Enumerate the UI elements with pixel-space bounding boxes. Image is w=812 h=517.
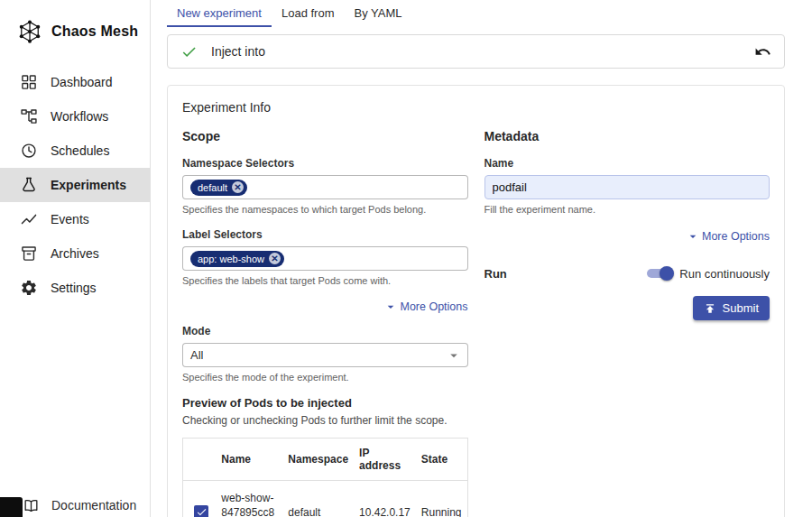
events-icon bbox=[20, 210, 38, 228]
chip-label: default bbox=[198, 182, 227, 193]
schedules-icon bbox=[20, 142, 38, 160]
publish-icon bbox=[704, 302, 716, 315]
col-state: State bbox=[416, 439, 467, 481]
chip-remove-icon[interactable]: ✕ bbox=[232, 181, 244, 193]
brand: Chaos Mesh bbox=[0, 0, 150, 60]
more-options-label: More Options bbox=[702, 230, 770, 243]
sidebar-item-label: Settings bbox=[51, 281, 97, 295]
sidebar-item-experiments[interactable]: Experiments bbox=[0, 168, 150, 202]
name-field: Name Fill the experiment name. bbox=[484, 157, 770, 215]
pods-table-header-row: Name Namespace IP address State bbox=[183, 439, 468, 481]
preview-title: Preview of Pods to be injected bbox=[182, 396, 468, 410]
archives-icon bbox=[20, 245, 38, 263]
col-namespace: Namespace bbox=[282, 439, 354, 481]
run-row: Run Run continuously bbox=[484, 265, 770, 282]
name-helper: Fill the experiment name. bbox=[484, 204, 770, 215]
experiments-icon bbox=[20, 176, 38, 194]
label-selectors-input[interactable]: app: web-show ✕ bbox=[182, 246, 468, 271]
inject-into-label: Inject into bbox=[211, 44, 265, 59]
tab-by-yaml[interactable]: By YAML bbox=[344, 0, 411, 27]
metadata-title: Metadata bbox=[484, 129, 770, 143]
mode-select[interactable]: All bbox=[182, 343, 468, 367]
pod-namespace-cell: default bbox=[282, 481, 354, 517]
chip-remove-icon[interactable]: ✕ bbox=[269, 253, 281, 264]
run-continuously-label: Run continuously bbox=[679, 267, 770, 281]
sidebar-footer: Documentation bbox=[0, 494, 150, 517]
brand-name: Chaos Mesh bbox=[51, 23, 138, 40]
label-selectors-label: Label Selectors bbox=[182, 228, 468, 241]
more-options-label: More Options bbox=[400, 300, 467, 313]
label-selectors-helper: Specifies the labels that target Pods co… bbox=[182, 275, 468, 286]
pod-ip-cell: 10.42.0.17 bbox=[354, 481, 416, 517]
sidebar-item-label: Dashboard bbox=[51, 75, 113, 89]
chevron-down-icon bbox=[446, 347, 462, 364]
card-title: Experiment Info bbox=[182, 100, 770, 115]
sidebar-item-archives[interactable]: Archives bbox=[0, 236, 150, 271]
book-icon bbox=[23, 497, 40, 514]
label-chip: app: web-show ✕ bbox=[190, 251, 284, 267]
run-label: Run bbox=[484, 267, 507, 281]
namespace-selectors-helper: Specifies the namespaces to which target… bbox=[182, 204, 468, 215]
sidebar-item-label: Schedules bbox=[51, 143, 109, 158]
pods-table: Name Namespace IP address State bbox=[182, 438, 468, 517]
scope-title: Scope bbox=[182, 129, 468, 143]
name-label: Name bbox=[484, 157, 770, 170]
chip-label: app: web-show bbox=[198, 254, 264, 264]
namespace-selectors-input[interactable]: default ✕ bbox=[182, 175, 468, 199]
pod-state-cell: Running bbox=[416, 481, 467, 517]
undo-button[interactable] bbox=[754, 43, 771, 60]
sidebar-item-events[interactable]: Events bbox=[0, 202, 150, 236]
mode-helper: Specifies the mode of the experiment. bbox=[182, 372, 468, 383]
tab-load-from[interactable]: Load from bbox=[272, 0, 345, 27]
chevron-down-icon bbox=[383, 300, 398, 314]
namespace-selectors-label: Namespace Selectors bbox=[182, 157, 468, 170]
mode-field: Mode All Specifies the mode of the exper… bbox=[182, 325, 468, 383]
check-icon bbox=[196, 506, 208, 517]
scope-column: Scope Namespace Selectors default ✕ Spec… bbox=[182, 129, 468, 517]
experiment-name-input[interactable] bbox=[484, 175, 770, 199]
undo-icon bbox=[754, 43, 771, 60]
sidebar-item-label: Workflows bbox=[51, 109, 108, 124]
preview-subtitle: Checking or unchecking Pods to further l… bbox=[182, 414, 468, 427]
col-name: Name bbox=[216, 439, 282, 481]
sidebar-item-workflows[interactable]: Workflows bbox=[0, 99, 150, 134]
col-ip-address: IP address bbox=[354, 439, 416, 481]
dashboard-icon bbox=[20, 73, 38, 91]
sidebar-item-label: Events bbox=[51, 212, 89, 226]
check-icon bbox=[180, 43, 198, 60]
run-continuously-toggle[interactable] bbox=[645, 265, 674, 282]
sidebar-menu: Dashboard Workflows Schedules bbox=[0, 65, 150, 305]
mode-label: Mode bbox=[182, 325, 468, 337]
metadata-column: Metadata Name Fill the experiment name. … bbox=[484, 129, 770, 517]
workflows-icon bbox=[20, 107, 38, 125]
sidebar-item-dashboard[interactable]: Dashboard bbox=[0, 65, 150, 99]
namespace-chip: default ✕ bbox=[190, 180, 247, 196]
tab-new-experiment[interactable]: New experiment bbox=[167, 0, 272, 27]
pod-checkbox[interactable] bbox=[194, 505, 208, 517]
submit-button[interactable]: Submit bbox=[693, 296, 770, 320]
experiment-info-card: Experiment Info Scope Namespace Selector… bbox=[167, 85, 785, 517]
col-checkbox bbox=[183, 439, 217, 481]
sidebar-item-settings[interactable]: Settings bbox=[0, 271, 150, 305]
experiment-source-tabs: New experiment Load from By YAML bbox=[167, 0, 812, 27]
pod-name-cell: web-show-847895cc8f-q8m6w bbox=[216, 481, 282, 517]
namespace-selectors-field: Namespace Selectors default ✕ Specifies … bbox=[182, 157, 468, 215]
chaos-mesh-logo-icon bbox=[16, 18, 43, 45]
settings-icon bbox=[20, 279, 38, 297]
table-row: web-show-847895cc8f-q8m6w default 10.42.… bbox=[183, 481, 468, 517]
inject-into-banner[interactable]: Inject into bbox=[167, 34, 785, 69]
sidebar-item-label: Experiments bbox=[51, 178, 126, 192]
mode-value: All bbox=[190, 348, 203, 362]
main-content: New experiment Load from By YAML Inject … bbox=[151, 0, 812, 517]
corner-block bbox=[0, 497, 23, 517]
label-selectors-field: Label Selectors app: web-show ✕ Specifie… bbox=[182, 228, 468, 286]
sidebar: Chaos Mesh Dashboard Workflows bbox=[0, 0, 151, 517]
sidebar-item-label: Archives bbox=[51, 246, 99, 261]
sidebar-item-schedules[interactable]: Schedules bbox=[0, 134, 150, 168]
metadata-more-options-button[interactable]: More Options bbox=[484, 229, 770, 244]
submit-label: Submit bbox=[723, 301, 759, 315]
sidebar-item-label: Documentation bbox=[51, 498, 136, 512]
chevron-down-icon bbox=[686, 229, 700, 244]
scope-more-options-button[interactable]: More Options bbox=[182, 300, 468, 314]
